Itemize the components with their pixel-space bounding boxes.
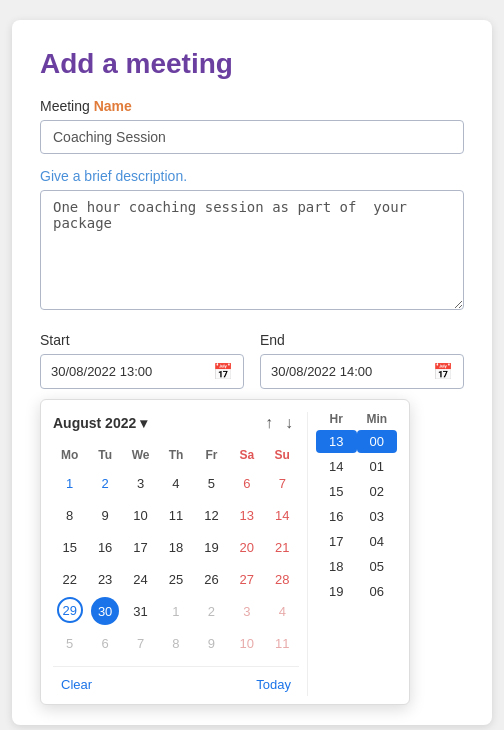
day-header-th: Th	[159, 444, 192, 466]
day-15[interactable]: 15	[56, 533, 84, 561]
minute-04[interactable]: 04	[357, 530, 398, 553]
description-label: Give a brief description.	[40, 168, 464, 184]
minute-03[interactable]: 03	[357, 505, 398, 528]
day-31[interactable]: 31	[127, 597, 155, 625]
day-29[interactable]: 29	[57, 597, 83, 623]
meeting-name-label-highlight: Name	[94, 98, 132, 114]
day-next-2[interactable]: 2	[197, 597, 225, 625]
day-next-6[interactable]: 6	[91, 629, 119, 657]
day-22[interactable]: 22	[56, 565, 84, 593]
minute-col-header: Min	[357, 412, 398, 426]
start-calendar-icon: 📅	[213, 362, 233, 381]
calendar-popup: August 2022 ▾ ↑ ↓ Mo Tu We Th Fr Sa Su 1…	[40, 399, 410, 705]
time-columns: 13 14 15 16 17 18 19 00 01 02 03 04	[316, 430, 397, 696]
end-label: End	[260, 332, 464, 348]
day-header-su: Su	[266, 444, 299, 466]
start-label: Start	[40, 332, 244, 348]
day-24[interactable]: 24	[127, 565, 155, 593]
day-next-7[interactable]: 7	[127, 629, 155, 657]
meeting-name-input[interactable]	[40, 120, 464, 154]
day-20[interactable]: 20	[233, 533, 261, 561]
day-11[interactable]: 11	[162, 501, 190, 529]
day-19[interactable]: 19	[197, 533, 225, 561]
hour-14[interactable]: 14	[316, 455, 357, 478]
end-value: 30/08/2022 14:00	[271, 364, 372, 379]
day-6[interactable]: 6	[233, 469, 261, 497]
day-next-11[interactable]: 11	[268, 629, 296, 657]
today-button[interactable]: Today	[248, 673, 299, 696]
day-26[interactable]: 26	[197, 565, 225, 593]
start-value: 30/08/2022 13:00	[51, 364, 152, 379]
day-4[interactable]: 4	[162, 469, 190, 497]
calendar-next-button[interactable]: ↓	[279, 412, 299, 434]
meeting-name-label: Meeting Name	[40, 98, 464, 114]
end-datetime-input[interactable]: 30/08/2022 14:00 📅	[260, 354, 464, 389]
day-header-mo: Mo	[53, 444, 86, 466]
minute-01[interactable]: 01	[357, 455, 398, 478]
minute-05[interactable]: 05	[357, 555, 398, 578]
hour-15[interactable]: 15	[316, 480, 357, 503]
calendar-footer: Clear Today	[53, 666, 299, 696]
day-30[interactable]: 30	[91, 597, 119, 625]
day-10[interactable]: 10	[127, 501, 155, 529]
minute-00[interactable]: 00	[357, 430, 398, 453]
day-next-10[interactable]: 10	[233, 629, 261, 657]
calendar-prev-button[interactable]: ↑	[259, 412, 279, 434]
day-2[interactable]: 2	[91, 469, 119, 497]
calendar-grid: Mo Tu We Th Fr Sa Su 1 2 3 4 5 6 7 8	[53, 444, 299, 658]
day-header-fr: Fr	[195, 444, 228, 466]
calendar-days-section: August 2022 ▾ ↑ ↓ Mo Tu We Th Fr Sa Su 1…	[53, 412, 299, 696]
minute-02[interactable]: 02	[357, 480, 398, 503]
hour-13[interactable]: 13	[316, 430, 357, 453]
day-header-sa: Sa	[230, 444, 263, 466]
start-datetime-group: Start 30/08/2022 13:00 📅	[40, 332, 244, 389]
day-23[interactable]: 23	[91, 565, 119, 593]
clear-button[interactable]: Clear	[53, 673, 100, 696]
hour-17[interactable]: 17	[316, 530, 357, 553]
day-8[interactable]: 8	[56, 501, 84, 529]
hour-col-header: Hr	[316, 412, 357, 426]
day-16[interactable]: 16	[91, 533, 119, 561]
page-title: Add a meeting	[40, 48, 464, 80]
day-next-1[interactable]: 1	[162, 597, 190, 625]
minute-column: 00 01 02 03 04 05 06	[357, 430, 398, 696]
day-25[interactable]: 25	[162, 565, 190, 593]
day-next-3[interactable]: 3	[233, 597, 261, 625]
calendar-header: August 2022 ▾ ↑ ↓	[53, 412, 299, 434]
start-datetime-input[interactable]: 30/08/2022 13:00 📅	[40, 354, 244, 389]
day-5[interactable]: 5	[197, 469, 225, 497]
day-next-5[interactable]: 5	[56, 629, 84, 657]
day-next-8[interactable]: 8	[162, 629, 190, 657]
hour-19[interactable]: 19	[316, 580, 357, 603]
day-21[interactable]: 21	[268, 533, 296, 561]
minute-06[interactable]: 06	[357, 580, 398, 603]
day-18[interactable]: 18	[162, 533, 190, 561]
end-calendar-icon: 📅	[433, 362, 453, 381]
day-12[interactable]: 12	[197, 501, 225, 529]
day-27[interactable]: 27	[233, 565, 261, 593]
calendar-month-label: August 2022 ▾	[53, 415, 259, 431]
day-7[interactable]: 7	[268, 469, 296, 497]
datetime-row: Start 30/08/2022 13:00 📅 End 30/08/2022 …	[40, 332, 464, 389]
hour-16[interactable]: 16	[316, 505, 357, 528]
description-textarea[interactable]: One hour coaching session as part of you…	[40, 190, 464, 310]
day-28[interactable]: 28	[268, 565, 296, 593]
day-1[interactable]: 1	[56, 469, 84, 497]
day-next-9[interactable]: 9	[197, 629, 225, 657]
end-datetime-group: End 30/08/2022 14:00 📅	[260, 332, 464, 389]
day-header-we: We	[124, 444, 157, 466]
day-17[interactable]: 17	[127, 533, 155, 561]
hour-18[interactable]: 18	[316, 555, 357, 578]
add-meeting-card: Add a meeting Meeting Name Give a brief …	[12, 20, 492, 725]
day-3[interactable]: 3	[127, 469, 155, 497]
calendar-main: August 2022 ▾ ↑ ↓ Mo Tu We Th Fr Sa Su 1…	[53, 412, 397, 696]
day-14[interactable]: 14	[268, 501, 296, 529]
day-13[interactable]: 13	[233, 501, 261, 529]
hour-column: 13 14 15 16 17 18 19	[316, 430, 357, 696]
time-picker-section: Hr Min 13 14 15 16 17 18 19 00	[307, 412, 397, 696]
day-9[interactable]: 9	[91, 501, 119, 529]
time-picker-header: Hr Min	[316, 412, 397, 426]
day-next-4[interactable]: 4	[268, 597, 296, 625]
day-header-tu: Tu	[88, 444, 121, 466]
